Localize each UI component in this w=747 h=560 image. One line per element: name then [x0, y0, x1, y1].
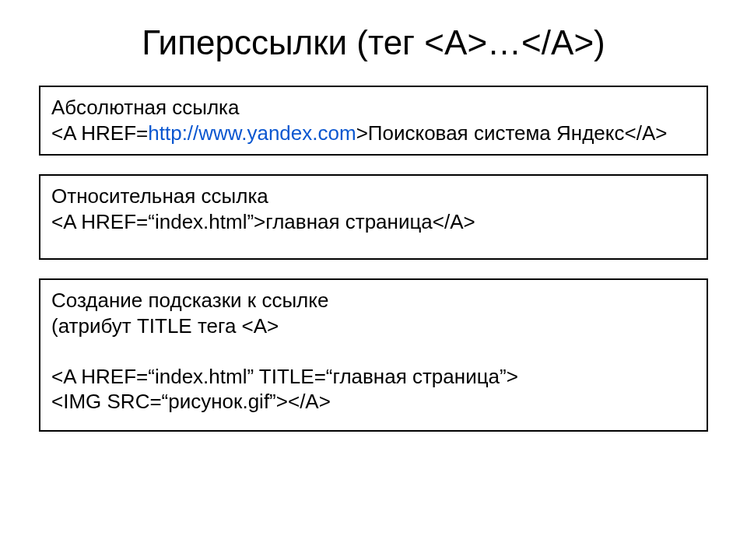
- box1-code: <A HREF=http://www.yandex.com>Поисковая …: [51, 121, 696, 146]
- box2-label: Относительная ссылка: [51, 184, 696, 209]
- box2-code: <A HREF=“index.html”>главная страница</A…: [51, 209, 696, 235]
- slide-title: Гиперссылки (тег <A>…</A>): [39, 23, 708, 62]
- box3-line3: [51, 338, 696, 364]
- slide: Гиперссылки (тег <A>…</A>) Абсолютная сс…: [0, 0, 747, 474]
- example-box-title: Создание подсказки к ссылке (атрибут TIT…: [39, 278, 708, 432]
- box1-label: Абсолютная ссылка: [51, 95, 696, 121]
- box3-line5: <IMG SRC=“рисунок.gif”></A>: [51, 389, 696, 415]
- example-box-relative: Относительная ссылка <A HREF=“index.html…: [39, 174, 708, 260]
- box3-line4: <A HREF=“index.html” TITLE=“главная стра…: [51, 364, 696, 390]
- box3-line1: Создание подсказки к ссылке: [51, 288, 696, 313]
- box1-code-part1: <A HREF=: [51, 121, 148, 145]
- box3-line2: (атрибут TITLE тега <A>: [51, 313, 696, 339]
- box1-code-part2: >Поисковая система Яндекс</A>: [356, 121, 668, 145]
- box1-code-url: http://www.yandex.com: [148, 121, 356, 145]
- example-box-absolute: Абсолютная ссылка <A HREF=http://www.yan…: [39, 86, 708, 156]
